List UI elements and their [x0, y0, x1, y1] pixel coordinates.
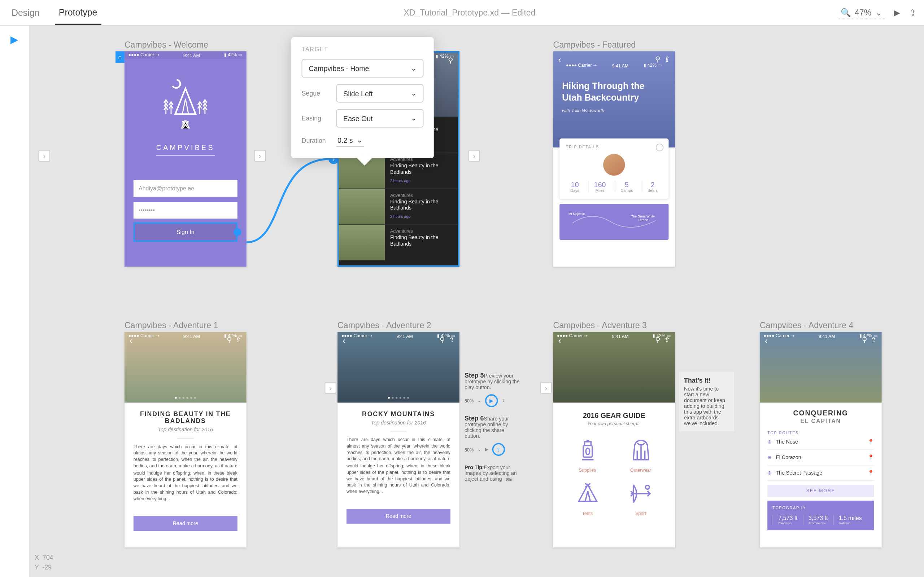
read-more-button[interactable]: Read more — [134, 516, 237, 531]
canvas[interactable]: Campvibes - Welcome Campvibes - Home Cam… — [30, 26, 924, 577]
tab-prototype[interactable]: Prototype — [55, 0, 101, 25]
prototype-wire — [247, 159, 349, 249]
document-title: XD_Tutorial_Prototype.xd — Edited — [113, 8, 827, 17]
chevron-down-icon: ⌄ — [411, 64, 417, 73]
plus-icon: ⊕ — [767, 455, 772, 460]
pin-icon: 📍 — [868, 455, 874, 460]
hero-image: ●●●● Carrier ⇢9:41 AM▮ 42% ▭ ‹ ⚲⇪ Hiking… — [553, 51, 675, 148]
artboard-adventure-2[interactable]: ●●●● Carrier ⇢9:41 AM▮ 42% ▭ ‹ ⚲⇪ ROCKY … — [338, 332, 459, 548]
target-select[interactable]: Campvibes - Home⌄ — [302, 59, 424, 78]
search-icon[interactable]: ⚲ — [448, 56, 453, 64]
share-icon[interactable]: ⇪ — [664, 336, 670, 344]
popover-header: TARGET — [302, 46, 424, 53]
route-item[interactable]: ⊕The Nose📍 — [767, 435, 874, 450]
artboard-adventure-3[interactable]: ●●●● Carrier ⇢9:41 AM▮ 42% ▭ ‹ ⚲⇪ 2016 G… — [553, 332, 675, 548]
signin-button[interactable]: Sign In — [134, 222, 237, 242]
search-icon[interactable]: ⚲ — [439, 336, 445, 344]
brand-name: CAMPVIBES — [156, 143, 215, 156]
plus-icon: ⊕ — [767, 439, 772, 445]
share-icon[interactable]: ⇪ — [492, 443, 505, 456]
pin-icon: 📍 — [868, 470, 874, 475]
pin-icon: 📍 — [868, 439, 874, 445]
list-item[interactable]: AdventuresFinding Beauty in the Badlands — [339, 224, 459, 260]
artboard-label[interactable]: Campvibes - Welcome — [124, 40, 208, 49]
search-icon[interactable]: ⚲ — [655, 55, 660, 63]
artboard-label[interactable]: Campvibes - Featured — [553, 40, 636, 49]
route-item[interactable]: ⊕El Corazon📍 — [767, 450, 874, 466]
share-icon[interactable]: ⇪ — [909, 8, 916, 17]
navigate-next-icon[interactable]: › — [254, 150, 266, 161]
back-icon[interactable]: ‹ — [558, 336, 561, 346]
play-icon[interactable]: ▶ — [485, 394, 498, 407]
search-icon[interactable]: ⚲ — [227, 336, 232, 344]
email-field[interactable]: Ahdiya@prototype.ae — [134, 180, 237, 197]
play-icon[interactable]: ▶ — [894, 8, 900, 17]
back-icon[interactable]: ‹ — [558, 55, 561, 65]
plus-icon: ⊕ — [767, 470, 772, 475]
artboard-adventure-4[interactable]: ●●●● Carrier ⇢9:41 AM▮ 42% ▭ ‹ ⚲⇪ CONQUE… — [760, 332, 882, 548]
chevron-down-icon: ⌄ — [875, 7, 882, 17]
share-icon[interactable]: ⇪ — [449, 336, 454, 344]
prototype-settings-popover: TARGET Campvibes - Home⌄ SegueSlide Left… — [291, 37, 434, 158]
svg-point-2 — [585, 448, 590, 455]
segue-select[interactable]: Slide Left⌄ — [336, 84, 424, 103]
topography-card: TOPOGRAPHY 7,573 ftElevation 3,573 ftPro… — [767, 501, 874, 530]
navigate-next-icon[interactable]: › — [325, 382, 336, 394]
chevron-down-icon: ⌄ — [411, 114, 417, 122]
back-icon[interactable]: ‹ — [129, 336, 132, 346]
selection-tool-icon[interactable]: ▶ — [10, 33, 18, 45]
artboard-adventure-1[interactable]: ●●●● Carrier ⇢9:41 AM▮ 42% ▭ ‹ ⚲⇪ FINDIN… — [124, 332, 247, 548]
artboard-label[interactable]: Campvibes - Adventure 4 — [760, 321, 854, 330]
list-item[interactable]: AdventuresFinding Beauty in the Badlands… — [339, 189, 459, 225]
tutorial-step-5: Step 5Preview your prototype by clicking… — [465, 372, 520, 482]
tutorial-thats-it: That's it!Now it's time to start a new d… — [679, 372, 734, 431]
share-icon[interactable]: ⇪ — [664, 55, 670, 63]
wire-handle-icon[interactable] — [234, 228, 241, 236]
duration-select[interactable]: 0.2 s⌄ — [336, 134, 364, 147]
navigate-next-icon[interactable]: › — [39, 150, 50, 161]
artboard-welcome[interactable]: ⌂ ●●●● Carrier ⇢9:41 AM▮ 42% ▭ CAMPVIBES… — [124, 51, 247, 266]
route-item[interactable]: ⊕The Secret Passage📍 — [767, 466, 874, 481]
password-field[interactable]: •••••••• — [134, 202, 237, 219]
cursor-coords: X 704 Y -29 — [35, 553, 53, 572]
read-more-button[interactable]: Read more — [347, 509, 451, 524]
artboard-label[interactable]: Campvibes - Adventure 1 — [124, 321, 218, 330]
search-icon[interactable]: ⚲ — [655, 336, 660, 344]
jacket-icon — [615, 434, 666, 468]
home-start-icon[interactable]: ⌂ — [115, 51, 124, 63]
svg-rect-1 — [583, 446, 592, 457]
lantern-icon — [562, 434, 612, 468]
navigate-next-icon[interactable]: › — [540, 382, 552, 394]
share-icon: ⇪ — [502, 398, 506, 403]
navigate-next-icon[interactable]: › — [468, 150, 480, 161]
archery-icon — [615, 476, 666, 511]
tool-sidebar: ▶ — [0, 26, 30, 577]
avatar — [603, 154, 625, 176]
info-icon[interactable] — [656, 143, 663, 151]
search-icon[interactable]: ⚲ — [862, 336, 867, 344]
see-more-button[interactable]: SEE MORE — [767, 485, 874, 497]
back-icon[interactable]: ‹ — [342, 336, 346, 346]
artboard-label[interactable]: Campvibes - Adventure 3 — [553, 321, 647, 330]
search-icon: 🔍 — [841, 7, 851, 17]
back-icon[interactable]: ‹ — [765, 336, 768, 346]
trip-details-card: TRIP DETAILS 10Days 160Miles 5Camps 2Bea… — [559, 139, 669, 199]
share-icon[interactable]: ⇪ — [235, 336, 241, 344]
top-toolbar: Design Prototype XD_Tutorial_Prototype.x… — [0, 0, 924, 26]
tent-icon — [562, 476, 612, 511]
tab-design[interactable]: Design — [8, 1, 43, 24]
campvibes-logo-icon — [160, 77, 211, 141]
artboard-featured[interactable]: ●●●● Carrier ⇢9:41 AM▮ 42% ▭ ‹ ⚲⇪ Hiking… — [553, 51, 675, 266]
share-icon[interactable]: ⇪ — [871, 336, 876, 344]
zoom-control[interactable]: 🔍 47% ⌄ — [838, 6, 885, 19]
chevron-down-icon: ⌄ — [357, 136, 362, 144]
svg-point-3 — [645, 485, 649, 489]
easing-select[interactable]: Ease Out⌄ — [336, 109, 424, 128]
chevron-down-icon: ⌄ — [411, 89, 417, 97]
map-band: Mt Majestic The Great White Throne — [559, 204, 669, 240]
artboard-label[interactable]: Campvibes - Adventure 2 — [338, 321, 431, 330]
